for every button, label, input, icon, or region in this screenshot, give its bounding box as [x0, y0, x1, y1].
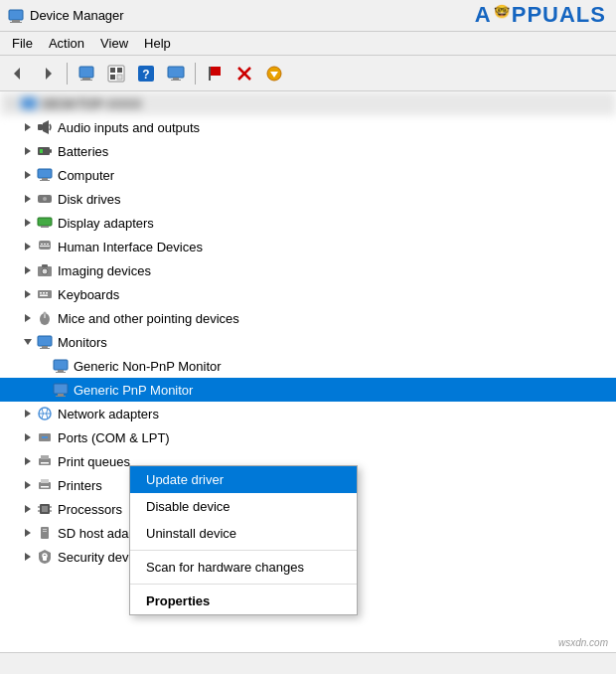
context-menu-item-update-driver[interactable]: Update driver — [130, 466, 357, 493]
device-label-print-queues: Print queues — [58, 454, 130, 469]
tree-item-audio[interactable]: Audio inputs and outputs — [0, 115, 616, 139]
device-icon-sd-host — [36, 524, 54, 542]
expand-icon-printers[interactable] — [20, 477, 36, 493]
svg-marker-82 — [25, 481, 31, 489]
help-button[interactable]: ? — [132, 60, 160, 87]
watermark: wsxdn.com — [558, 637, 608, 648]
svg-rect-69 — [54, 384, 68, 394]
menu-action[interactable]: Action — [41, 34, 92, 53]
svg-rect-9 — [110, 68, 115, 73]
device-icon-audio — [36, 118, 54, 136]
expand-icon-hid[interactable] — [20, 239, 36, 254]
tree-item-hid[interactable]: Human Interface Devices — [0, 235, 616, 258]
svg-rect-2 — [10, 22, 22, 23]
context-sep-scan-changes — [130, 584, 357, 585]
root-icon — [20, 94, 38, 112]
toolbar-sep-1 — [67, 63, 68, 84]
svg-rect-70 — [58, 394, 64, 396]
svg-rect-31 — [40, 149, 43, 153]
root-item[interactable]: v DESKTOP-XXXX — [0, 91, 616, 115]
svg-rect-24 — [21, 97, 37, 109]
tree-item-disk[interactable]: Disk drives — [0, 187, 616, 211]
tree-item-ports[interactable]: Ports (COM & LPT) — [0, 425, 616, 449]
expand-icon-print-queues[interactable] — [20, 453, 36, 469]
svg-rect-53 — [38, 290, 52, 298]
expand-icon-display-adapt[interactable] — [20, 215, 36, 231]
expand-icon-disk[interactable] — [20, 191, 36, 207]
tree-item-display-adapt[interactable]: Display adapters — [0, 211, 616, 235]
expand-icon-generic-non-pnp[interactable] — [36, 358, 52, 374]
svg-rect-11 — [110, 75, 115, 80]
svg-rect-43 — [39, 241, 51, 250]
svg-marker-32 — [25, 171, 31, 179]
tree-item-computer[interactable]: Computer — [0, 163, 616, 187]
svg-rect-54 — [40, 292, 42, 294]
expand-icon-computer[interactable] — [20, 167, 36, 183]
svg-rect-65 — [40, 348, 50, 349]
svg-rect-7 — [80, 80, 92, 81]
svg-marker-42 — [25, 243, 31, 251]
expand-icon-ports[interactable] — [20, 429, 36, 445]
tree-item-keyboards[interactable]: Keyboards — [0, 282, 616, 306]
device-icon-generic-non-pnp — [52, 357, 70, 375]
svg-marker-39 — [25, 219, 31, 227]
device-label-batteries: Batteries — [58, 144, 108, 159]
expand-icon-imaging[interactable] — [20, 262, 36, 278]
device-icon-security — [36, 548, 54, 566]
svg-rect-45 — [44, 244, 46, 245]
expand-icon-monitors[interactable] — [20, 334, 36, 350]
title-bar: Device Manager A 🤓 PPUALS — [0, 0, 616, 32]
tree-item-batteries[interactable]: Batteries — [0, 139, 616, 163]
expand-icon-mice[interactable] — [20, 310, 36, 326]
root-label: DESKTOP-XXXX — [42, 96, 142, 111]
tree-item-imaging[interactable]: Imaging devices — [0, 258, 616, 282]
svg-rect-12 — [117, 75, 122, 80]
menu-help[interactable]: Help — [136, 34, 179, 53]
expand-icon-security[interactable] — [20, 549, 36, 565]
scan-button[interactable] — [102, 60, 130, 87]
svg-marker-28 — [25, 147, 31, 155]
expand-icon-network[interactable] — [20, 406, 36, 421]
forward-button[interactable] — [34, 60, 62, 87]
expand-icon-sd-host[interactable] — [20, 525, 36, 541]
window-icon — [8, 8, 24, 24]
svg-marker-75 — [25, 433, 31, 441]
back-button[interactable] — [4, 60, 32, 87]
expand-icon-audio[interactable] — [20, 119, 36, 135]
svg-rect-17 — [171, 80, 181, 81]
tree-item-generic-non-pnp[interactable]: Generic Non-PnP Monitor — [0, 354, 616, 378]
context-menu-item-uninstall-device[interactable]: Uninstall device — [130, 520, 357, 547]
svg-rect-29 — [38, 147, 50, 155]
tree-item-mice[interactable]: Mice and other pointing devices — [0, 306, 616, 330]
display-button[interactable] — [162, 60, 190, 87]
svg-marker-72 — [25, 410, 31, 418]
expand-icon-processors[interactable] — [20, 501, 36, 517]
svg-marker-52 — [25, 290, 31, 298]
svg-rect-5 — [79, 67, 93, 78]
expand-icon-batteries[interactable] — [20, 143, 36, 159]
tree-item-network[interactable]: Network adapters — [0, 402, 616, 425]
device-label-keyboards: Keyboards — [58, 287, 119, 302]
tree-item-monitors[interactable]: Monitors — [0, 330, 616, 354]
menu-file[interactable]: File — [4, 34, 41, 53]
properties-button[interactable] — [73, 60, 100, 87]
svg-rect-33 — [38, 169, 52, 178]
svg-rect-6 — [82, 78, 90, 80]
svg-rect-35 — [40, 180, 50, 181]
context-menu-item-scan-changes[interactable]: Scan for hardware changes — [130, 554, 357, 581]
tree-item-generic-pnp[interactable]: Generic PnP Monitor — [0, 378, 616, 402]
svg-rect-95 — [43, 529, 47, 530]
svg-rect-68 — [56, 372, 66, 373]
expand-icon-generic-pnp[interactable] — [36, 382, 52, 398]
svg-rect-34 — [42, 178, 48, 180]
svg-marker-25 — [25, 123, 31, 131]
context-menu-item-properties[interactable]: Properties — [130, 588, 357, 614]
update-down-button[interactable] — [260, 60, 288, 87]
context-menu-item-disable-device[interactable]: Disable device — [130, 493, 357, 520]
menu-view[interactable]: View — [92, 34, 136, 53]
device-label-monitors: Monitors — [58, 335, 107, 350]
flag-button[interactable] — [201, 60, 229, 87]
expand-icon-keyboards[interactable] — [20, 286, 36, 302]
remove-button[interactable] — [231, 60, 258, 87]
svg-marker-62 — [24, 339, 32, 345]
